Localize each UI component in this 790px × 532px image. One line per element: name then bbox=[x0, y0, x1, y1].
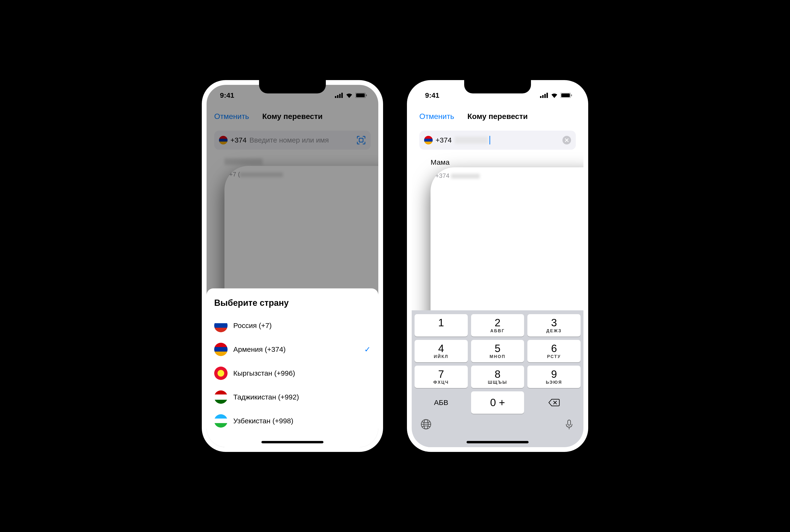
signal-icon bbox=[540, 93, 548, 98]
svg-rect-13 bbox=[561, 93, 570, 97]
countries-list: Россия (+7) Армения (+374) ✓ Кыргызстан … bbox=[214, 314, 371, 433]
status-time: 9:41 bbox=[425, 91, 439, 99]
search-input[interactable] bbox=[455, 136, 559, 145]
key-digit: 9 bbox=[551, 369, 557, 379]
battery-icon bbox=[561, 93, 572, 98]
notch bbox=[259, 80, 326, 93]
nav-bar: Отменить Кому перевести bbox=[412, 106, 584, 127]
key-letters: МНОП bbox=[490, 354, 506, 359]
country-row[interactable]: Таджикистан (+992) bbox=[214, 385, 371, 409]
country-label: Армения (+374) bbox=[233, 345, 359, 354]
status-icons bbox=[540, 93, 572, 98]
svg-rect-10 bbox=[544, 94, 546, 98]
check-icon: ✓ bbox=[364, 345, 371, 354]
backspace-icon bbox=[548, 398, 560, 407]
key-letters: ДЕЖЗ bbox=[546, 328, 562, 334]
svg-rect-8 bbox=[540, 96, 541, 98]
wifi-icon bbox=[551, 93, 558, 98]
globe-icon[interactable] bbox=[420, 419, 432, 430]
key-digit: 2 bbox=[495, 318, 500, 328]
cancel-button[interactable]: Отменить bbox=[419, 112, 454, 121]
phone-frame-left: 9:41 Отменить Кому перевести +374 Введит… bbox=[202, 80, 383, 452]
flag-icon bbox=[214, 366, 227, 380]
flag-icon bbox=[214, 343, 227, 356]
text-cursor bbox=[490, 136, 490, 145]
country-row[interactable]: Россия (+7) bbox=[214, 314, 371, 338]
notch bbox=[464, 80, 531, 93]
key-letters: ИЙКЛ bbox=[434, 354, 449, 359]
key-2[interactable]: 2АБВГ bbox=[471, 314, 524, 337]
contact-name: Мама bbox=[430, 158, 584, 166]
country-label: Россия (+7) bbox=[233, 322, 371, 330]
home-indicator[interactable] bbox=[261, 441, 324, 443]
key-digit: 8 bbox=[495, 369, 500, 379]
key-digit: 3 bbox=[551, 318, 557, 328]
key-digit: 6 bbox=[551, 343, 557, 354]
screen-right: 9:41 Отменить Кому перевести +374 М bbox=[412, 85, 584, 447]
phone-frame-right: 9:41 Отменить Кому перевести +374 М bbox=[407, 80, 588, 452]
screen-left: 9:41 Отменить Кому перевести +374 Введит… bbox=[206, 85, 378, 447]
key-letters: АБВГ bbox=[490, 328, 505, 334]
search-bar[interactable]: +374 bbox=[419, 131, 576, 150]
home-indicator[interactable] bbox=[466, 441, 529, 443]
key-digit: 4 bbox=[438, 343, 444, 354]
clear-icon[interactable] bbox=[563, 136, 571, 145]
key-letters: ФХЦЧ bbox=[434, 380, 449, 385]
country-picker-sheet: Выберите страну Россия (+7) Армения (+37… bbox=[206, 288, 378, 447]
svg-rect-14 bbox=[571, 94, 572, 96]
country-row[interactable]: Армения (+374) ✓ bbox=[214, 338, 371, 361]
key-9[interactable]: 9ЬЭЮЯ bbox=[527, 366, 581, 388]
svg-rect-9 bbox=[542, 95, 544, 98]
svg-rect-18 bbox=[568, 420, 571, 425]
key-5[interactable]: 5МНОП bbox=[471, 340, 524, 362]
flag-icon bbox=[214, 319, 227, 332]
country-row[interactable]: Кыргызстан (+996) bbox=[214, 361, 371, 385]
flag-icon bbox=[214, 391, 227, 404]
country-label: Узбекистан (+998) bbox=[233, 417, 371, 425]
key-letters: ШЩЪЫ bbox=[488, 380, 507, 385]
svg-rect-11 bbox=[547, 93, 548, 98]
country-label: Таджикистан (+992) bbox=[233, 393, 371, 401]
country-row[interactable]: Узбекистан (+998) bbox=[214, 409, 371, 433]
flag-icon bbox=[214, 414, 227, 428]
country-flag-icon[interactable] bbox=[424, 136, 433, 145]
phone-prefix: +374 bbox=[436, 136, 452, 144]
key-letters: ЬЭЮЯ bbox=[546, 380, 562, 385]
key-backspace[interactable] bbox=[527, 392, 581, 414]
key-0[interactable]: 0 + bbox=[471, 392, 524, 414]
numeric-keypad: 1 2АБВГ3ДЕЖЗ4ИЙКЛ5МНОП6РСТУ7ФХЦЧ8ШЩЪЫ9ЬЭ… bbox=[412, 310, 584, 447]
key-digit: 5 bbox=[495, 343, 500, 354]
key-3[interactable]: 3ДЕЖЗ bbox=[527, 314, 581, 337]
key-1[interactable]: 1 bbox=[415, 314, 468, 337]
key-digit: 1 bbox=[438, 318, 444, 328]
sheet-title: Выберите страну bbox=[214, 298, 371, 308]
key-abc[interactable]: АБВ bbox=[415, 392, 468, 414]
country-label: Кыргызстан (+996) bbox=[233, 369, 371, 377]
key-letters: РСТУ bbox=[547, 354, 561, 359]
key-6[interactable]: 6РСТУ bbox=[527, 340, 581, 362]
key-4[interactable]: 4ИЙКЛ bbox=[415, 340, 468, 362]
key-digit: 7 bbox=[438, 369, 444, 379]
key-8[interactable]: 8ШЩЪЫ bbox=[471, 366, 524, 388]
mic-icon[interactable] bbox=[564, 419, 575, 430]
key-7[interactable]: 7ФХЦЧ bbox=[415, 366, 468, 388]
